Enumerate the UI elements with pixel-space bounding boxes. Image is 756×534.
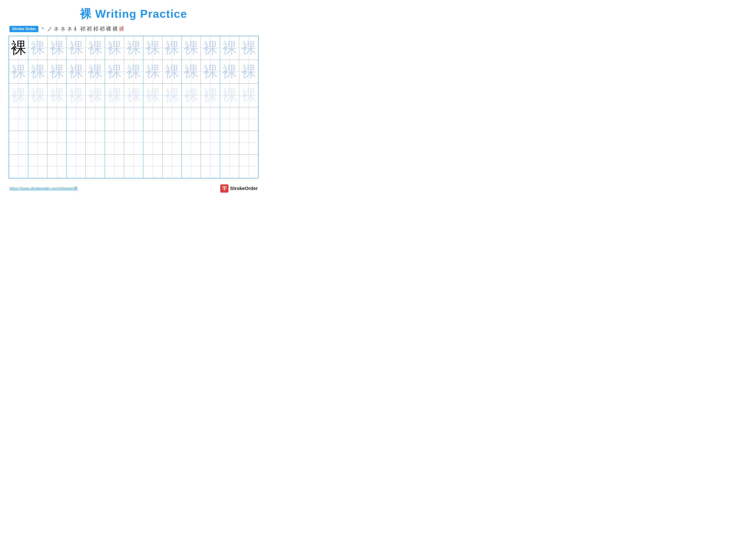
cell-4-4[interactable] bbox=[67, 107, 86, 131]
cell-5-6[interactable] bbox=[105, 131, 124, 154]
cell-3-13[interactable]: 裸 bbox=[239, 83, 258, 107]
cell-6-13[interactable] bbox=[239, 154, 258, 178]
cell-1-2[interactable]: 裸 bbox=[28, 36, 47, 60]
cell-3-9[interactable]: 裸 bbox=[162, 83, 182, 107]
cell-1-9[interactable]: 裸 bbox=[162, 36, 182, 60]
cell-4-1[interactable] bbox=[9, 107, 28, 131]
cell-3-10[interactable]: 裸 bbox=[182, 83, 201, 107]
char-guide-dark: 裸 bbox=[50, 39, 64, 56]
char-guide-dark: 裸 bbox=[11, 63, 26, 80]
cell-1-4[interactable]: 裸 bbox=[67, 36, 86, 60]
cell-6-7[interactable] bbox=[124, 154, 143, 178]
cell-2-8[interactable]: 裸 bbox=[143, 60, 162, 83]
cell-3-5[interactable]: 裸 bbox=[86, 83, 105, 107]
grid-row-4 bbox=[9, 107, 258, 131]
cell-4-13[interactable] bbox=[239, 107, 258, 131]
cell-5-4[interactable] bbox=[67, 131, 86, 154]
cell-1-10[interactable]: 裸 bbox=[182, 36, 201, 60]
cell-4-6[interactable] bbox=[105, 107, 124, 131]
cell-2-10[interactable]: 裸 bbox=[182, 60, 201, 83]
cell-4-7[interactable] bbox=[124, 107, 143, 131]
cell-6-2[interactable] bbox=[28, 154, 47, 178]
char-guide-dark: 裸 bbox=[184, 63, 199, 80]
stroke-7: 祁 bbox=[80, 25, 85, 32]
cell-3-8[interactable]: 裸 bbox=[143, 83, 162, 107]
cell-1-5[interactable]: 裸 bbox=[86, 36, 105, 60]
stroke-2: ノ bbox=[47, 25, 52, 32]
cell-1-6[interactable]: 裸 bbox=[105, 36, 124, 60]
cell-4-11[interactable] bbox=[201, 107, 220, 131]
cell-4-9[interactable] bbox=[162, 107, 182, 131]
cell-5-8[interactable] bbox=[143, 131, 162, 154]
char-guide-light: 裸 bbox=[69, 87, 83, 103]
cell-1-11[interactable]: 裸 bbox=[201, 36, 220, 60]
cell-3-6[interactable]: 裸 bbox=[105, 83, 124, 107]
cell-5-1[interactable] bbox=[9, 131, 28, 154]
cell-6-6[interactable] bbox=[105, 154, 124, 178]
cell-3-3[interactable]: 裸 bbox=[47, 83, 67, 107]
cell-6-10[interactable] bbox=[182, 154, 201, 178]
cell-1-13[interactable]: 裸 bbox=[239, 36, 258, 60]
char-model: 裸 bbox=[11, 39, 26, 57]
cell-5-13[interactable] bbox=[239, 131, 258, 154]
cell-6-1[interactable] bbox=[9, 154, 28, 178]
footer: https://www.strokeorder.com/chinese/裸 字 … bbox=[9, 184, 258, 192]
cell-3-1[interactable]: 裸 bbox=[9, 83, 28, 107]
cell-3-7[interactable]: 裸 bbox=[124, 83, 143, 107]
char-guide-light: 裸 bbox=[146, 87, 160, 103]
cell-2-6[interactable]: 裸 bbox=[105, 60, 124, 83]
cell-4-3[interactable] bbox=[47, 107, 67, 131]
char-guide-dark: 裸 bbox=[146, 39, 160, 56]
cell-5-12[interactable] bbox=[220, 131, 239, 154]
cell-6-8[interactable] bbox=[143, 154, 162, 178]
cell-3-2[interactable]: 裸 bbox=[28, 83, 47, 107]
footer-url[interactable]: https://www.strokeorder.com/chinese/裸 bbox=[10, 186, 78, 191]
cell-6-12[interactable] bbox=[220, 154, 239, 178]
char-guide-dark: 裸 bbox=[69, 39, 83, 56]
cell-1-7[interactable]: 裸 bbox=[124, 36, 143, 60]
cell-2-11[interactable]: 裸 bbox=[201, 60, 220, 83]
cell-5-5[interactable] bbox=[86, 131, 105, 154]
cell-2-3[interactable]: 裸 bbox=[47, 60, 67, 83]
stroke-sequence: 丶 ノ ネ ネ ネ 礻 祁 祁 祁 祁 裸 裸 裸 bbox=[40, 25, 124, 32]
cell-4-8[interactable] bbox=[143, 107, 162, 131]
cell-4-10[interactable] bbox=[182, 107, 201, 131]
cell-5-3[interactable] bbox=[47, 131, 67, 154]
cell-5-7[interactable] bbox=[124, 131, 143, 154]
cell-5-2[interactable] bbox=[28, 131, 47, 154]
cell-1-12[interactable]: 裸 bbox=[220, 36, 239, 60]
cell-3-12[interactable]: 裸 bbox=[220, 83, 239, 107]
cell-6-11[interactable] bbox=[201, 154, 220, 178]
cell-2-4[interactable]: 裸 bbox=[67, 60, 86, 83]
cell-2-7[interactable]: 裸 bbox=[124, 60, 143, 83]
char-guide-dark: 裸 bbox=[165, 63, 179, 80]
char-guide-dark: 裸 bbox=[126, 39, 141, 56]
cell-2-2[interactable]: 裸 bbox=[28, 60, 47, 83]
cell-2-5[interactable]: 裸 bbox=[86, 60, 105, 83]
cell-6-9[interactable] bbox=[162, 154, 182, 178]
cell-2-12[interactable]: 裸 bbox=[220, 60, 239, 83]
cell-2-9[interactable]: 裸 bbox=[162, 60, 182, 83]
cell-4-2[interactable] bbox=[28, 107, 47, 131]
cell-5-10[interactable] bbox=[182, 131, 201, 154]
cell-6-5[interactable] bbox=[86, 154, 105, 178]
cell-4-12[interactable] bbox=[220, 107, 239, 131]
practice-grid: 裸 裸 裸 裸 裸 裸 裸 裸 裸 裸 裸 裸 裸 裸 裸 裸 裸 裸 裸 裸 … bbox=[9, 36, 258, 178]
cell-5-11[interactable] bbox=[201, 131, 220, 154]
stroke-1: 丶 bbox=[40, 25, 46, 32]
cell-1-3[interactable]: 裸 bbox=[47, 36, 67, 60]
stroke-9: 祁 bbox=[93, 25, 98, 32]
stroke-3: ネ bbox=[54, 25, 59, 32]
cell-6-3[interactable] bbox=[47, 154, 67, 178]
cell-6-4[interactable] bbox=[67, 154, 86, 178]
cell-3-11[interactable]: 裸 bbox=[201, 83, 220, 107]
cell-1-1[interactable]: 裸 bbox=[9, 36, 28, 60]
cell-1-8[interactable]: 裸 bbox=[143, 36, 162, 60]
cell-2-13[interactable]: 裸 bbox=[239, 60, 258, 83]
stroke-final: 裸 bbox=[119, 25, 124, 32]
cell-5-9[interactable] bbox=[162, 131, 182, 154]
cell-3-4[interactable]: 裸 bbox=[67, 83, 86, 107]
cell-4-5[interactable] bbox=[86, 107, 105, 131]
char-guide-light: 裸 bbox=[184, 87, 199, 103]
cell-2-1[interactable]: 裸 bbox=[9, 60, 28, 83]
